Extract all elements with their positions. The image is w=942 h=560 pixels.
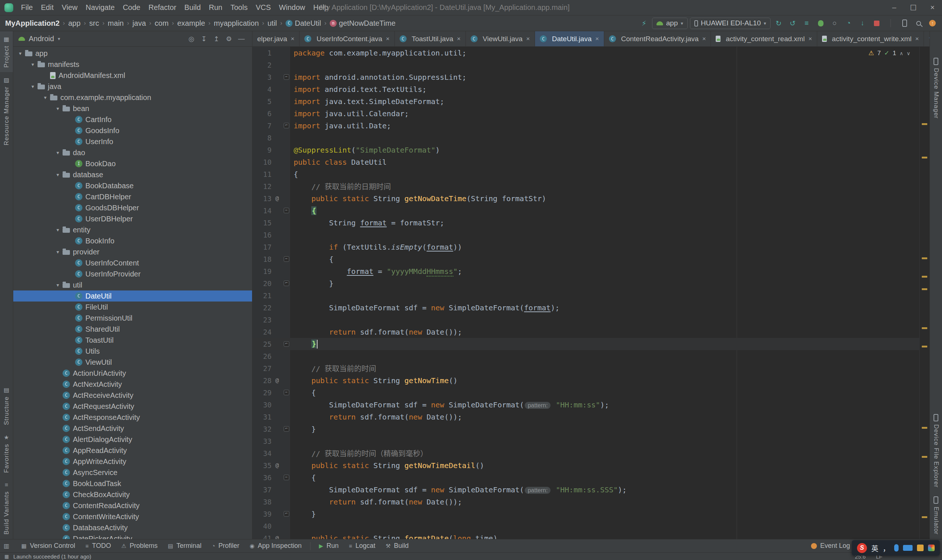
chevron-down-icon[interactable]: ▾ bbox=[28, 83, 37, 89]
warning-mark[interactable] bbox=[922, 456, 927, 458]
toolbar-icon-attach-device[interactable] bbox=[899, 18, 910, 29]
code-line-23[interactable]: 23 bbox=[253, 314, 919, 326]
warning-mark[interactable] bbox=[922, 327, 927, 329]
breadcrumb-item-java[interactable]: java bbox=[133, 19, 146, 28]
code-line-15[interactable]: 15 String format = formatStr; bbox=[253, 217, 919, 229]
ime-punctuation-indicator[interactable]: ， bbox=[883, 543, 890, 553]
tool-stripe-build-variants[interactable]: ≡Build Variants bbox=[0, 477, 13, 539]
panel-icon-expand-all[interactable]: ↧ bbox=[198, 35, 210, 43]
toolwindow-button-app-inspection[interactable]: ◉App Inspection bbox=[244, 542, 307, 550]
tree-item-UserInfoProvider[interactable]: CUserInfoProvider bbox=[13, 268, 252, 280]
close-icon[interactable]: × bbox=[457, 35, 461, 43]
tree-item-AppReadActivity[interactable]: CAppReadActivity bbox=[13, 445, 252, 456]
code-line-3[interactable]: 3−import android.annotation.SuppressLint… bbox=[253, 71, 919, 83]
breadcrumb-item-src[interactable]: src bbox=[89, 19, 99, 28]
warning-mark[interactable] bbox=[922, 123, 927, 125]
warning-mark[interactable] bbox=[922, 257, 927, 259]
menu-item-window[interactable]: Window bbox=[275, 3, 309, 12]
code-line-24[interactable]: 24 return sdf.format(new Date()); bbox=[253, 326, 919, 338]
code-line-18[interactable]: 18− { bbox=[253, 253, 919, 265]
tree-item-ActReceiveActivity[interactable]: CActReceiveActivity bbox=[13, 390, 252, 401]
code-line-14[interactable]: 14− { bbox=[253, 205, 919, 217]
tree-item-UserDBHelper[interactable]: CUserDBHelper bbox=[13, 213, 252, 224]
toolwindow-switcher-icon[interactable]: ▥ bbox=[4, 542, 9, 549]
chevron-down-icon[interactable]: ▾ bbox=[53, 249, 63, 255]
warning-mark[interactable] bbox=[922, 157, 927, 158]
code-line-17[interactable]: 17 if (TextUtils.isEmpty(format)) bbox=[253, 241, 919, 253]
tree-item-BookInfo[interactable]: CBookInfo bbox=[13, 235, 252, 246]
breadcrumb-item-app[interactable]: app bbox=[68, 19, 80, 28]
code-lines[interactable]: 1package com.example.myapplication.util;… bbox=[253, 47, 919, 539]
fold-marker[interactable]: − bbox=[282, 390, 290, 395]
code-line-34[interactable]: 34 // 获取当前的时间（精确到毫秒） bbox=[253, 447, 919, 459]
tool-stripe-resource-manager[interactable]: ▨Resource Manager bbox=[0, 72, 13, 150]
sogou-skin-icon[interactable] bbox=[928, 545, 935, 551]
tree-item-DatabaseActivity[interactable]: CDatabaseActivity bbox=[13, 522, 252, 533]
code-line-28[interactable]: 28@ public static String getNowTime() bbox=[253, 374, 919, 386]
menu-item-code[interactable]: Code bbox=[119, 3, 145, 12]
tree-item-PermissionUtil[interactable]: CPermissionUtil bbox=[13, 312, 252, 323]
toolwindow-button-logcat[interactable]: ≡Logcat bbox=[344, 542, 381, 550]
editor-tab-elper.java[interactable]: elper.java× bbox=[253, 31, 299, 46]
code-line-36[interactable]: 36− { bbox=[253, 471, 919, 483]
menu-item-run[interactable]: Run bbox=[205, 3, 227, 12]
tree-item-CartInfo[interactable]: CCartInfo bbox=[13, 114, 252, 125]
tree-item-CartDBHelper[interactable]: CCartDBHelper bbox=[13, 191, 252, 202]
run-config-selector[interactable]: app▾ bbox=[652, 18, 688, 29]
chevron-down-icon[interactable]: ▾ bbox=[28, 62, 37, 67]
close-icon[interactable]: × bbox=[703, 35, 706, 43]
tree-item-BookLoadTask[interactable]: CBookLoadTask bbox=[13, 478, 252, 489]
code-line-35[interactable]: 35@ public static String getNowTimeDetai… bbox=[253, 459, 919, 471]
code-line-32[interactable]: 32¬ } bbox=[253, 423, 919, 435]
tree-item-bean[interactable]: ▾bean bbox=[13, 103, 252, 114]
toolwindow-button-profiler[interactable]: ◔Profiler bbox=[207, 542, 244, 550]
code-line-22[interactable]: 22 SimpleDateFormat sdf = new SimpleDate… bbox=[253, 302, 919, 314]
code-line-1[interactable]: 1package com.example.myapplication.util; bbox=[253, 47, 919, 59]
tree-item-ContentWriteActivity[interactable]: CContentWriteActivity bbox=[13, 511, 252, 522]
chevron-down-icon[interactable]: ▾ bbox=[53, 150, 63, 155]
tree-item-provider[interactable]: ▾provider bbox=[13, 246, 252, 257]
code-line-29[interactable]: 29− { bbox=[253, 386, 919, 398]
tree-item-SharedUtil[interactable]: CSharedUtil bbox=[13, 323, 252, 335]
toolbar-icon-run-configs-list[interactable]: ≡ bbox=[801, 18, 812, 29]
toolbar-icon-rerun[interactable]: ↻ bbox=[773, 18, 785, 29]
code-line-10[interactable]: 10public class DateUtil bbox=[253, 156, 919, 168]
editor-tab-DateUtil.java[interactable]: CDateUtil.java× bbox=[535, 31, 604, 46]
fold-marker[interactable]: ¬ bbox=[282, 341, 290, 347]
fold-marker[interactable]: ¬ bbox=[282, 280, 290, 286]
toolbar-icon-search[interactable] bbox=[913, 18, 924, 29]
code-line-2[interactable]: 2 bbox=[253, 59, 919, 71]
panel-icon-collapse-all[interactable]: ↥ bbox=[211, 35, 222, 43]
code-line-8[interactable]: 8 bbox=[253, 132, 919, 144]
toolbar-icon-apply-changes-lightning[interactable]: ⚡ bbox=[638, 18, 650, 29]
close-icon[interactable]: × bbox=[526, 35, 530, 43]
fold-marker[interactable]: − bbox=[282, 208, 290, 213]
tree-item-java[interactable]: ▾java bbox=[13, 81, 252, 92]
tree-item-util[interactable]: ▾util bbox=[13, 280, 252, 291]
tree-item-dao[interactable]: ▾dao bbox=[13, 147, 252, 158]
warning-mark[interactable] bbox=[922, 516, 927, 518]
warning-mark[interactable] bbox=[922, 276, 927, 278]
tree-item-GoodsDBHelper[interactable]: CGoodsDBHelper bbox=[13, 202, 252, 213]
tree-item-app[interactable]: ▾app bbox=[13, 48, 252, 59]
tool-stripe-favorites[interactable]: ★Favorites bbox=[0, 429, 13, 477]
menu-item-navigate[interactable]: Navigate bbox=[82, 3, 119, 12]
tree-item-ContentReadActivity[interactable]: CContentReadActivity bbox=[13, 500, 252, 511]
breadcrumb-item-MyApplication2[interactable]: MyApplication2 bbox=[5, 19, 60, 28]
toolbar-icon-sync[interactable]: ↺ bbox=[787, 18, 799, 29]
tree-item-CheckBoxActivity[interactable]: CCheckBoxActivity bbox=[13, 489, 252, 500]
code-line-40[interactable]: 40 bbox=[253, 520, 919, 532]
warning-mark[interactable] bbox=[922, 346, 927, 348]
breadcrumb-item-DateUtil[interactable]: CDateUtil bbox=[285, 19, 321, 28]
editor-tab-ViewUtil.java[interactable]: CViewUtil.java× bbox=[466, 31, 535, 46]
menu-item-build[interactable]: Build bbox=[180, 3, 205, 12]
toolbar-icon-updates[interactable]: ↑ bbox=[927, 18, 938, 29]
ime-toolbar[interactable]: S 英 ， bbox=[852, 540, 940, 555]
chevron-down-icon[interactable]: ▾ bbox=[53, 282, 63, 288]
tree-item-manifests[interactable]: ▾manifests bbox=[13, 59, 252, 70]
code-line-9[interactable]: 9@SuppressLint("SimpleDateFormat") bbox=[253, 144, 919, 156]
fold-marker[interactable]: ¬ bbox=[282, 511, 290, 517]
code-line-5[interactable]: 5import java.text.SimpleDateFormat; bbox=[253, 95, 919, 108]
chevron-down-icon[interactable]: ▾ bbox=[15, 50, 25, 56]
code-line-31[interactable]: 31 return sdf.format(new Date()); bbox=[253, 411, 919, 423]
